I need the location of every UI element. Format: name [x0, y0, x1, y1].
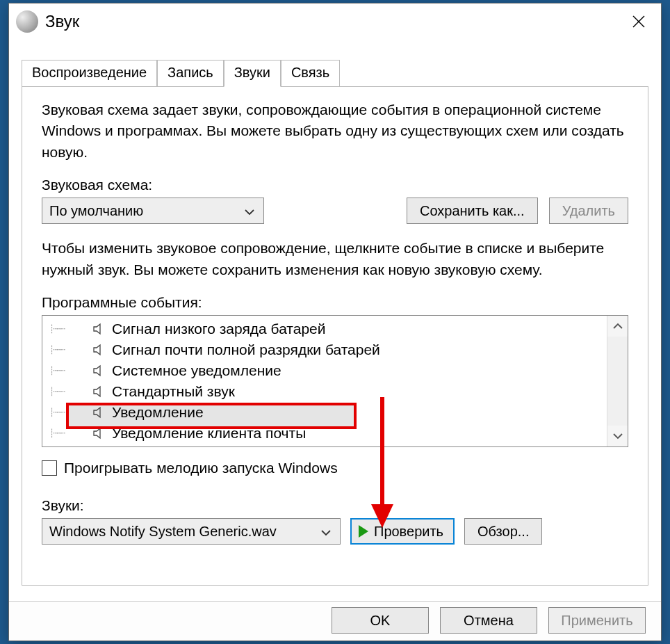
event-item[interactable]: ┊┄┄┄ Уведомление клиента почты: [42, 423, 607, 444]
event-label: Уведомление: [112, 404, 204, 421]
events-label: Программные события:: [42, 294, 628, 311]
tab-recording[interactable]: Запись: [157, 60, 224, 87]
events-help-text: Чтобы изменить звуковое сопровождение, щ…: [42, 238, 628, 280]
event-label: Уведомление клиента почты: [112, 425, 306, 442]
scroll-up-button[interactable]: [607, 316, 628, 337]
close-button[interactable]: [623, 6, 654, 37]
titlebar: Звук: [9, 3, 661, 38]
scroll-track[interactable]: [607, 337, 628, 426]
event-label: Системное уведомление: [112, 362, 281, 379]
play-icon: [359, 525, 368, 538]
tab-playback[interactable]: Воспроизведение: [22, 60, 157, 87]
speaker-icon: [91, 342, 106, 357]
scrollbar[interactable]: [607, 316, 628, 446]
chevron-down-icon: [243, 203, 256, 219]
chevron-down-icon: [319, 524, 333, 540]
events-listbox[interactable]: ┊┄┄┄ Сигнал низкого заряда батарей ┊┄┄┄ …: [42, 315, 628, 447]
event-item[interactable]: ┊┄┄┄ Стандартный звук: [42, 381, 607, 402]
speaker-icon: [91, 426, 106, 441]
window-title: Звук: [45, 12, 79, 31]
event-item-selected[interactable]: ┊┄┄┄ Уведомление: [42, 402, 607, 423]
event-label: Стандартный звук: [112, 383, 235, 400]
test-label: Проверить: [374, 524, 443, 540]
cancel-button[interactable]: Отмена: [440, 607, 537, 634]
save-as-button[interactable]: Сохранить как...: [407, 198, 538, 224]
scheme-description: Звуковая схема задает звуки, сопровождаю…: [42, 99, 628, 163]
event-item[interactable]: ┊┄┄┄ Системное уведомление: [42, 360, 607, 381]
startup-sound-label: Проигрывать мелодию запуска Windows: [64, 460, 338, 476]
tree-connector-icon: ┊┄┄┄: [49, 345, 91, 355]
sound-file-value: Windows Notify System Generic.wav: [49, 524, 277, 540]
tree-connector-icon: ┊┄┄┄: [49, 408, 91, 417]
scheme-value: По умолчанию: [49, 203, 143, 219]
tab-sounds[interactable]: Звуки: [224, 60, 281, 87]
speaker-icon: [91, 405, 106, 420]
sound-file-combobox[interactable]: Windows Notify System Generic.wav: [42, 518, 341, 545]
sounds-label: Звуки:: [42, 497, 628, 514]
scheme-label: Звуковая схема:: [42, 177, 628, 193]
startup-sound-checkbox[interactable]: [42, 460, 57, 476]
speaker-icon: [91, 321, 106, 337]
tab-strip: Воспроизведение Запись Звуки Связь: [9, 59, 661, 86]
speaker-icon: [91, 384, 106, 399]
event-label: Сигнал низкого заряда батарей: [112, 321, 326, 337]
delete-button: Удалить: [549, 198, 628, 224]
test-button[interactable]: Проверить: [350, 518, 455, 545]
event-item[interactable]: ┊┄┄┄ Сигнал низкого заряда батарей: [42, 319, 607, 339]
speaker-icon: [91, 363, 106, 378]
tab-communications[interactable]: Связь: [281, 60, 340, 87]
tree-connector-icon: ┊┄┄┄: [49, 324, 91, 334]
scheme-combobox[interactable]: По умолчанию: [42, 198, 264, 224]
ok-button[interactable]: OK: [332, 607, 429, 634]
apply-button: Применить: [548, 607, 646, 634]
event-label: Сигнал почти полной разрядки батарей: [112, 341, 380, 358]
sound-dialog: Звук Воспроизведение Запись Звуки Связь …: [8, 3, 662, 641]
scroll-down-button[interactable]: [607, 426, 628, 446]
sound-icon: [16, 10, 38, 33]
tree-connector-icon: ┊┄┄┄: [49, 428, 91, 438]
tree-connector-icon: ┊┄┄┄: [49, 366, 91, 376]
event-item[interactable]: ┊┄┄┄ Сигнал почти полной разрядки батаре…: [42, 339, 607, 360]
close-icon: [632, 15, 646, 29]
browse-button[interactable]: Обзор...: [464, 518, 542, 545]
dialog-button-bar: OK Отмена Применить: [9, 601, 661, 641]
tab-panel-sounds: Звуковая схема задает звуки, сопровождаю…: [22, 86, 648, 586]
tree-connector-icon: ┊┄┄┄: [49, 387, 91, 396]
